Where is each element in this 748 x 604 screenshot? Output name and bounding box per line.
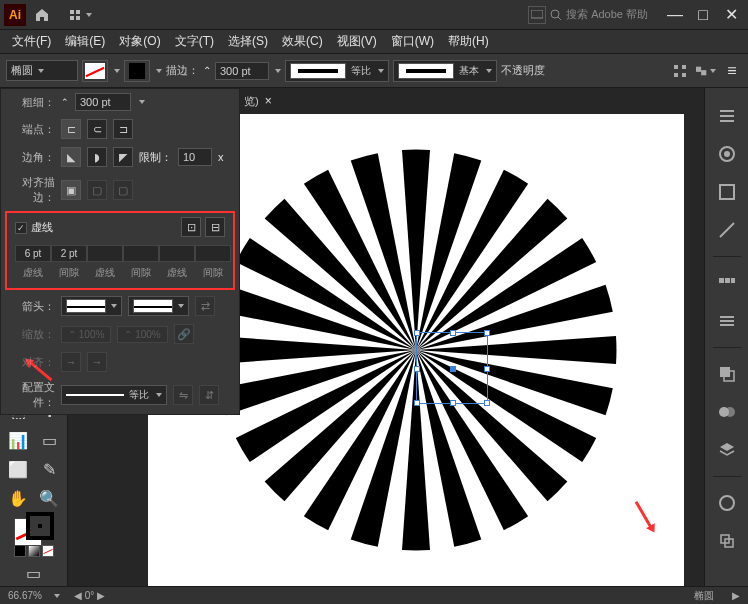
- properties-icon[interactable]: [715, 104, 739, 128]
- transform-icon[interactable]: [696, 61, 716, 81]
- brushes-icon[interactable]: [715, 218, 739, 242]
- stroke-icon[interactable]: [715, 309, 739, 333]
- profile-label: 配置文件：: [9, 380, 55, 410]
- align-inside[interactable]: ▢: [87, 180, 107, 200]
- symbols-icon[interactable]: [715, 271, 739, 295]
- color-icon[interactable]: [715, 142, 739, 166]
- align-arrow-label: 对齐：: [9, 355, 55, 370]
- slice-tool[interactable]: ⬜: [4, 456, 32, 482]
- close-button[interactable]: ✕: [718, 5, 744, 25]
- search-area[interactable]: 搜索 Adobe 帮助: [550, 7, 648, 22]
- fill-swatch[interactable]: [82, 60, 108, 82]
- align-outside[interactable]: ▢: [113, 180, 133, 200]
- layers-icon[interactable]: [715, 438, 739, 462]
- align-center[interactable]: ▣: [61, 180, 81, 200]
- arrow-end[interactable]: [128, 296, 189, 316]
- screen-mode[interactable]: ▭: [20, 560, 48, 586]
- menu-icon[interactable]: ≡: [722, 61, 742, 81]
- svg-point-28: [725, 407, 735, 417]
- svg-rect-19: [719, 278, 724, 283]
- stroke-profile-select[interactable]: 等比: [285, 60, 389, 82]
- scale-start[interactable]: ⌃ 100%: [61, 326, 111, 343]
- cap-round[interactable]: ⊂: [87, 119, 107, 139]
- cap-projecting[interactable]: ⊐: [113, 119, 133, 139]
- appearance-icon[interactable]: [715, 491, 739, 515]
- scale-end[interactable]: ⌃ 100%: [117, 326, 167, 343]
- minimize-button[interactable]: —: [662, 5, 688, 25]
- svg-rect-21: [731, 278, 735, 283]
- corner-label: 边角：: [9, 150, 55, 165]
- menu-help[interactable]: 帮助(H): [442, 31, 495, 52]
- svg-point-29: [720, 496, 734, 510]
- svg-rect-20: [725, 278, 730, 283]
- menu-type[interactable]: 文字(T): [169, 31, 220, 52]
- svg-rect-8: [682, 65, 686, 69]
- swatches-icon[interactable]: [715, 180, 739, 204]
- gpu-icon[interactable]: [528, 6, 546, 24]
- cap-label: 端点：: [9, 122, 55, 137]
- dash-1[interactable]: [15, 245, 51, 262]
- maximize-button[interactable]: □: [690, 5, 716, 25]
- menu-file[interactable]: 文件(F): [6, 31, 57, 52]
- brush-select[interactable]: 基本: [393, 60, 497, 82]
- dash-labels: 虚线间隙 虚线间隙 虚线间隙: [15, 266, 231, 280]
- dash-3[interactable]: [159, 245, 195, 262]
- stroke-weight-input[interactable]: [215, 62, 269, 80]
- swap-arrows[interactable]: ⇄: [195, 296, 215, 316]
- menu-view[interactable]: 视图(V): [331, 31, 383, 52]
- limit-input[interactable]: [178, 148, 212, 166]
- dash-inputs: [15, 245, 231, 262]
- svg-rect-9: [674, 73, 678, 77]
- cap-butt[interactable]: ⊏: [61, 119, 81, 139]
- menu-object[interactable]: 对象(O): [113, 31, 166, 52]
- align-icon[interactable]: [670, 61, 690, 81]
- tab-close[interactable]: ×: [265, 94, 272, 108]
- transparency-icon[interactable]: [715, 362, 739, 386]
- zoom-tool[interactable]: 🔍: [35, 485, 63, 511]
- color-mode-swatches[interactable]: [14, 545, 54, 557]
- dashed-checkbox[interactable]: [15, 222, 27, 234]
- document-dropdown[interactable]: [62, 6, 98, 24]
- gap-2[interactable]: [123, 245, 159, 262]
- flip-h[interactable]: ⇋: [173, 385, 193, 405]
- profile-select[interactable]: 等比: [61, 385, 167, 405]
- align-tip[interactable]: →: [61, 352, 81, 372]
- title-bar: Ai 搜索 Adobe 帮助 — □ ✕: [0, 0, 748, 30]
- svg-rect-12: [701, 70, 706, 75]
- hand-tool[interactable]: ✋: [4, 485, 32, 511]
- svg-rect-15: [720, 120, 734, 122]
- home-icon[interactable]: [32, 5, 52, 25]
- weight-input[interactable]: [75, 93, 131, 111]
- dash-align-2[interactable]: ⊟: [205, 217, 225, 237]
- menu-window[interactable]: 窗口(W): [385, 31, 440, 52]
- align-end[interactable]: →: [87, 352, 107, 372]
- menu-edit[interactable]: 编辑(E): [59, 31, 111, 52]
- artboard-tool[interactable]: ▭: [35, 427, 63, 453]
- corner-round[interactable]: ◗: [87, 147, 107, 167]
- link-scale[interactable]: 🔗: [174, 324, 194, 344]
- gap-3[interactable]: [195, 245, 231, 262]
- corner-bevel[interactable]: ◤: [113, 147, 133, 167]
- artboards-icon[interactable]: [715, 529, 739, 553]
- search-placeholder: 搜索 Adobe 帮助: [566, 7, 648, 22]
- search-icon: [550, 9, 562, 21]
- arrow-start[interactable]: [61, 296, 122, 316]
- corner-miter[interactable]: ◣: [61, 147, 81, 167]
- stroke-swatch[interactable]: [124, 60, 150, 82]
- selection-box[interactable]: [416, 332, 488, 404]
- tab-name-suffix[interactable]: 览): [244, 94, 259, 109]
- svg-rect-4: [531, 10, 543, 18]
- shape-label: 椭圆: [11, 63, 33, 78]
- fill-stroke-indicator[interactable]: [14, 518, 54, 540]
- gradient-icon[interactable]: [715, 400, 739, 424]
- zoom-level[interactable]: 66.67%: [8, 590, 42, 601]
- eyedropper-tool[interactable]: ✎: [35, 456, 63, 482]
- menu-select[interactable]: 选择(S): [222, 31, 274, 52]
- menu-effect[interactable]: 效果(C): [276, 31, 329, 52]
- gap-1[interactable]: [51, 245, 87, 262]
- graph-tool[interactable]: 📊: [4, 427, 32, 453]
- flip-v[interactable]: ⇵: [199, 385, 219, 405]
- dash-2[interactable]: [87, 245, 123, 262]
- shape-select[interactable]: 椭圆: [6, 60, 78, 81]
- dash-align-1[interactable]: ⊡: [181, 217, 201, 237]
